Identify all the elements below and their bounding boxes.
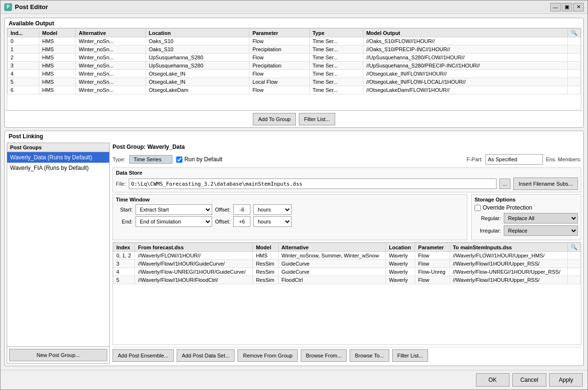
window-title: Post Editor <box>15 3 547 11</box>
inner-col-index: Index <box>113 243 135 252</box>
inner-table-row[interactable]: 4//Waverly/Flow-UNREG//1HOUR/GuideCurve/… <box>113 268 581 276</box>
fpart-dropdown-container: As Specified <box>486 154 543 165</box>
end-hours-dropdown[interactable]: hours <box>253 216 292 227</box>
new-post-group-button[interactable]: New Post Group... <box>9 349 107 361</box>
footer: OK Cancel Apply <box>0 370 588 390</box>
type-row: Type: Time Series Run by Default F-Part:… <box>113 153 581 166</box>
table-row[interactable]: 2HMSWinter_noSn...UpSusquehanna_S280Flow… <box>8 54 581 62</box>
post-group-header: Post Group: Waverly_Data <box>113 143 581 151</box>
cell-location: OtsegoLake_IN <box>146 70 249 78</box>
cancel-button[interactable]: Cancel <box>512 373 546 387</box>
fpart-dropdown[interactable]: As Specified <box>486 154 543 165</box>
table-row[interactable]: 3HMSWinter_noSn...UpSusquehanna_S280Prec… <box>8 62 581 70</box>
minimize-button[interactable]: — <box>550 3 561 11</box>
table-row[interactable]: 5HMSWinter_noSn...OtsegoLake_INLocal Flo… <box>8 78 581 86</box>
two-col-section: Time Window Start: Extract Start Offset:… <box>113 194 581 240</box>
cell-ind: 5 <box>8 78 39 86</box>
inner-table-row[interactable]: 5//Waverly/Flow//1HOUR/FloodCtrl/ResSimF… <box>113 276 581 284</box>
cell-model_output: //OtsegoLake_IN/FLOW//1HOUR// <box>363 70 567 78</box>
cell-ind: 2 <box>8 54 39 62</box>
close-button[interactable]: ✕ <box>573 3 584 11</box>
post-group-item[interactable]: Waverly_FIA (Runs by Default) <box>7 163 109 173</box>
data-store-row: File: ... Insert Filename Subs... <box>116 178 578 190</box>
cell-model: HMS <box>39 62 76 70</box>
end-time-dropdown[interactable]: End of Simulation <box>136 216 212 227</box>
start-time-dropdown[interactable]: Extract Start <box>136 204 212 215</box>
col-header-model-output: Model Output <box>363 29 567 37</box>
override-protection-checkbox[interactable] <box>475 205 481 211</box>
inner-cell-spacer <box>568 268 581 276</box>
inner-cell-spacer <box>568 252 581 260</box>
cell-location: Oaks_S10 <box>146 37 249 45</box>
run-by-default-checkbox[interactable]: Run by Default <box>176 156 222 163</box>
col-header-location: Location <box>146 29 249 37</box>
end-offset-input[interactable] <box>233 216 250 227</box>
browse-to-button[interactable]: Browse To... <box>350 349 389 362</box>
insert-filename-button[interactable]: Insert Filename Subs... <box>513 178 578 190</box>
cell-ind: 4 <box>8 70 39 78</box>
add-post-ensemble-button[interactable]: Add Post Ensemble... <box>113 349 174 362</box>
type-value: Time Series <box>129 155 172 164</box>
cell-alternative: Winter_noSn... <box>76 78 146 86</box>
post-groups-list[interactable]: Waverly_Data (Runs by Default)Waverly_FI… <box>7 152 109 346</box>
cell-location: OtsegoLake_IN <box>146 78 249 86</box>
inner-cell-model: ResSim <box>253 260 278 268</box>
table-row[interactable]: 4HMSWinter_noSn...OtsegoLake_INFlowTime … <box>8 70 581 78</box>
inner-table-row[interactable]: 0, 1, 2//Waverly/FLOW//1HOUR//HMSWinter_… <box>113 252 581 260</box>
available-output-section: Available Output Ind... Model Alternativ… <box>4 18 584 128</box>
inner-cell-index: 5 <box>113 276 135 284</box>
ok-button[interactable]: OK <box>476 373 509 387</box>
bottom-actions: Add Post Ensemble... Add Post Data Set..… <box>113 347 581 364</box>
cell-parameter: Precipitation <box>249 45 310 54</box>
post-group-item[interactable]: Waverly_Data (Runs by Default) <box>7 152 109 163</box>
browse-from-button[interactable]: Browse From... <box>301 349 347 362</box>
cell-parameter: Flow <box>249 54 310 62</box>
add-post-data-set-button[interactable]: Add Post Data Set... <box>177 349 235 362</box>
cell-type: Time Ser... <box>309 54 363 62</box>
table-row[interactable]: 0HMSWinter_noSn...Oaks_S10FlowTime Ser..… <box>8 37 581 45</box>
remove-from-group-button[interactable]: Remove From Group <box>237 349 297 362</box>
cell-model_output: //OtsegoLake_IN/FLOW-LOCAL//1HOUR// <box>363 78 567 86</box>
inner-cell-model: ResSim <box>253 268 278 276</box>
col-header-alternative: Alternative <box>76 29 146 37</box>
inner-cell-alternative: FloodCtrl <box>278 276 386 284</box>
run-by-default-input[interactable] <box>176 156 182 163</box>
window-controls: — ▣ ✕ <box>550 3 584 11</box>
apply-button[interactable]: Apply <box>549 373 583 387</box>
add-to-group-button[interactable]: Add To Group <box>253 113 296 125</box>
table-row[interactable]: 1HMSWinter_noSn...Oaks_S10PrecipitationT… <box>8 45 581 54</box>
col-header-parameter: Parameter <box>249 29 310 37</box>
inner-cell-alternative: GuideCurve <box>278 260 386 268</box>
inner-table-row[interactable]: 3//Waverly/Flow//1HOUR/GuideCurve/ResSim… <box>113 260 581 268</box>
start-hours-dropdown[interactable]: hours <box>253 204 292 215</box>
inner-col-parameter: Parameter <box>415 243 450 252</box>
inner-filter-list-button[interactable]: Filter List... <box>392 349 429 362</box>
fpart-section: F-Part: As Specified Ens. Members: <box>466 154 581 165</box>
irregular-dropdown[interactable]: Replace <box>504 225 578 236</box>
data-store-title: Data Store <box>116 170 578 176</box>
inner-cell-location: Waverly <box>386 268 415 276</box>
cell-type: Time Ser... <box>309 78 363 86</box>
cell-location: Oaks_S10 <box>146 45 249 54</box>
file-path-input[interactable] <box>129 178 497 189</box>
inner-cell-index: 4 <box>113 268 135 276</box>
inner-cell-parameter: Flow <box>415 260 450 268</box>
cell-type: Time Ser... <box>309 62 363 70</box>
main-window: P Post Editor — ▣ ✕ Available Output Ind… <box>0 0 588 390</box>
cell-spacer <box>568 86 581 94</box>
available-output-table-container[interactable]: Ind... Model Alternative Location Parame… <box>7 28 581 111</box>
browse-file-button[interactable]: ... <box>499 178 510 189</box>
inner-table-container[interactable]: Index From forecast.dss Model Alternativ… <box>113 242 581 345</box>
filter-list-button[interactable]: Filter List... <box>299 113 335 125</box>
main-content: Available Output Ind... Model Alternativ… <box>0 14 588 370</box>
regular-dropdown[interactable]: Replace All <box>504 213 578 223</box>
time-window-title: Time Window <box>116 197 464 202</box>
data-store-section: Data Store File: ... Insert Filename Sub… <box>113 167 581 192</box>
maximize-button[interactable]: ▣ <box>562 3 572 11</box>
cell-spacer <box>568 45 581 54</box>
start-offset-input[interactable] <box>233 204 250 215</box>
inner-cell-from: //Waverly/Flow//1HOUR/FloodCtrl/ <box>135 276 253 284</box>
cell-type: Time Ser... <box>309 86 363 94</box>
inner-cell-to: //Waverly/Flow//1HOUR/Upper_RSS/ <box>450 276 567 284</box>
table-row[interactable]: 6HMSWinter_noSn...OtsegoLakeDamFlowTime … <box>8 86 581 94</box>
